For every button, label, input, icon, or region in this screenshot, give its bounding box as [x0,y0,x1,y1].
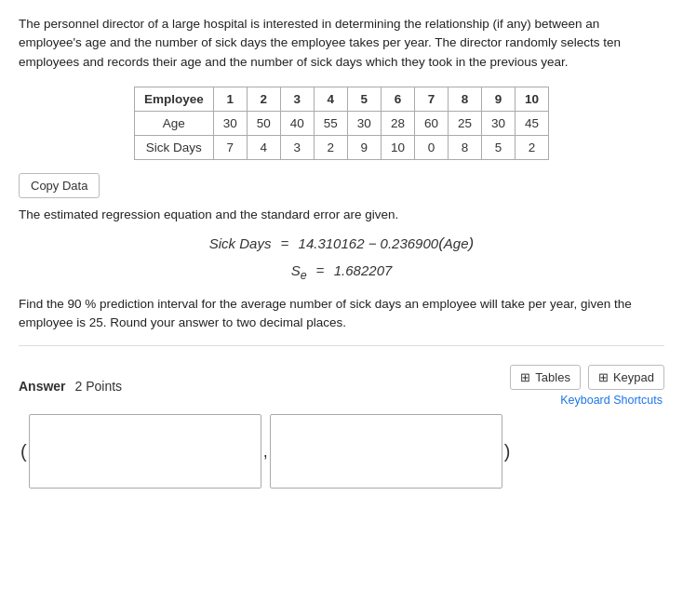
age-10: 45 [516,111,549,135]
col-7: 7 [414,87,448,111]
answer-label-group: Answer 2 Points [19,379,122,394]
eq-lhs: Sick Days [209,235,272,251]
close-paren-label: ) [502,441,513,462]
se-equation: Se = 1.682207 [291,262,393,278]
tables-button[interactable]: ⊞ Tables [510,365,581,390]
answer-header: Answer 2 Points ⊞ Tables ⊞ Keypad Keyboa… [19,365,664,407]
col-employee: Employee [134,87,213,111]
age-3: 40 [280,111,314,135]
sick-6: 10 [381,135,414,159]
equation-block: Sick Days = 14.310162 − 0.236900(Age) [19,234,664,253]
answer-section: Answer 2 Points ⊞ Tables ⊞ Keypad Keyboa… [19,359,664,498]
eq-variable: Age [444,235,469,251]
age-1: 30 [213,111,247,135]
keypad-grid-icon: ⊞ [598,370,609,384]
keyboard-shortcuts-link[interactable]: Keyboard Shortcuts [560,394,664,407]
col-3: 3 [280,87,314,111]
estimated-text: The estimated regression equation and th… [19,208,664,221]
table-header-row: Employee 1 2 3 4 5 6 7 8 9 10 [134,87,548,111]
answer-tools: ⊞ Tables ⊞ Keypad [510,365,664,390]
age-5: 30 [347,111,381,135]
sick-7: 0 [414,135,448,159]
sick-5: 9 [347,135,381,159]
tables-grid-icon: ⊞ [520,370,530,384]
sick-8: 8 [448,135,481,159]
age-label: Age [134,111,213,135]
col-10: 10 [516,87,549,111]
sick-1: 7 [213,135,247,159]
age-9: 30 [481,111,515,135]
age-8: 25 [448,111,481,135]
sick-3: 3 [280,135,314,159]
se-value: 1.682207 [334,262,393,278]
table-wrapper: Employee 1 2 3 4 5 6 7 8 9 10 Age 30 5 [19,87,664,160]
open-paren-label: ( [19,441,29,462]
answer-tools-wrapper: ⊞ Tables ⊞ Keypad Keyboard Shortcuts [510,365,664,407]
col-2: 2 [247,87,280,111]
regression-equation: Sick Days = 14.310162 − 0.236900(Age) [209,235,474,251]
eq-formula: 14.310162 − 0.236900 [299,235,439,251]
col-8: 8 [448,87,481,111]
tables-label: Tables [535,370,570,384]
answer-label: Answer [19,379,66,394]
answer-input-left[interactable] [29,414,261,489]
col-6: 6 [381,87,414,111]
keypad-button[interactable]: ⊞ Keypad [588,365,664,390]
data-table: Employee 1 2 3 4 5 6 7 8 9 10 Age 30 5 [134,87,549,160]
col-4: 4 [314,87,347,111]
find-text: Find the 90 % prediction interval for th… [19,295,664,333]
answer-input-right[interactable] [270,414,502,489]
copy-data-button[interactable]: Copy Data [19,173,100,198]
se-block: Se = 1.682207 [19,262,664,282]
age-4: 55 [314,111,347,135]
eq-paren-close: ) [469,234,475,252]
se-equals: = [316,262,325,278]
eq-equals: = [281,235,289,251]
col-9: 9 [481,87,515,111]
table-row-sick-days: Sick Days 7 4 3 2 9 10 0 8 5 2 [134,135,548,159]
col-5: 5 [347,87,381,111]
se-lhs: S [291,262,301,278]
age-6: 28 [381,111,414,135]
se-subscript: e [301,269,307,282]
intro-text: The personnel director of a large hospit… [19,15,664,72]
answer-points: 2 Points [74,379,122,394]
comma-separator: , [261,442,270,462]
age-7: 60 [414,111,448,135]
sick-4: 2 [314,135,347,159]
sick-2: 4 [247,135,280,159]
age-2: 50 [247,111,280,135]
sick-days-label: Sick Days [134,135,213,159]
sick-10: 2 [516,135,549,159]
table-row-age: Age 30 50 40 55 30 28 60 25 30 45 [134,111,548,135]
keypad-label: Keypad [613,370,654,384]
sick-9: 5 [481,135,515,159]
page-container: The personnel director of a large hospit… [0,0,683,513]
section-divider [19,345,664,346]
answer-inputs: ( , ) [19,414,664,489]
col-1: 1 [213,87,247,111]
